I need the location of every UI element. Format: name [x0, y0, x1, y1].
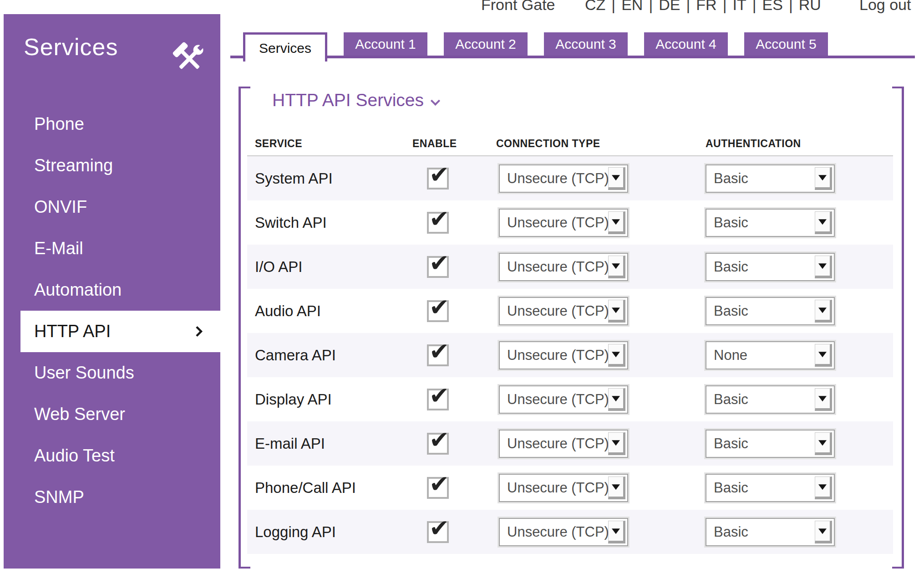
column-header-service: SERVICE — [255, 138, 302, 150]
connection-type-select[interactable]: Unsecure (TCP) — [499, 253, 628, 281]
authentication-select[interactable]: Basic — [706, 430, 835, 458]
enable-checkbox[interactable]: ✔ — [427, 168, 449, 190]
select-value: Unsecure (TCP) — [507, 347, 609, 364]
enable-checkbox[interactable]: ✔ — [427, 433, 449, 455]
sidebar-item-label: E-Mail — [34, 239, 83, 258]
sidebar: Services Phone Streaming ONVIF E-Mail Au… — [4, 14, 220, 569]
authentication-select[interactable]: Basic — [706, 518, 835, 546]
sidebar-item-label: SNMP — [34, 487, 84, 507]
table-row-email-api: E-mail API ✔ Unsecure (TCP) Basic — [247, 421, 893, 466]
checkmark-icon: ✔ — [429, 339, 449, 363]
connection-type-select[interactable]: Unsecure (TCP) — [499, 164, 628, 193]
connection-type-select[interactable]: Unsecure (TCP) — [499, 385, 628, 414]
services-table: SERVICE ENABLE CONNECTION TYPE AUTHENTIC… — [247, 132, 893, 554]
sidebar-item-http-api[interactable]: HTTP API — [20, 311, 220, 352]
enable-checkbox[interactable]: ✔ — [427, 300, 449, 322]
tab-account-1[interactable]: Account 1 — [344, 32, 427, 56]
select-value: Basic — [714, 215, 748, 231]
language-link-fr[interactable]: FR — [696, 0, 716, 14]
select-value: Basic — [714, 303, 748, 319]
select-value: Unsecure (TCP) — [507, 480, 609, 496]
logout-link[interactable]: Log out — [859, 0, 911, 14]
table-row-switch-api: Switch API ✔ Unsecure (TCP) Basic — [247, 200, 893, 245]
sidebar-item-audio-test[interactable]: Audio Test — [4, 435, 220, 477]
enable-checkbox[interactable]: ✔ — [427, 212, 449, 234]
tab-services[interactable]: Services — [243, 32, 327, 62]
select-value: Basic — [714, 480, 748, 496]
connection-type-select[interactable]: Unsecure (TCP) — [499, 209, 628, 237]
language-link-en[interactable]: EN — [621, 0, 643, 14]
sidebar-item-user-sounds[interactable]: User Sounds — [4, 352, 220, 394]
sidebar-item-automation[interactable]: Automation — [4, 269, 220, 311]
authentication-select[interactable]: Basic — [706, 209, 835, 237]
checkmark-icon: ✔ — [429, 384, 449, 407]
sidebar-item-label: Streaming — [34, 156, 113, 175]
sidebar-item-phone[interactable]: Phone — [4, 103, 220, 145]
enable-checkbox[interactable]: ✔ — [427, 344, 449, 366]
sidebar-item-label: Automation — [34, 280, 122, 300]
dropdown-arrow-icon — [608, 477, 625, 499]
column-header-connection-type: CONNECTION TYPE — [496, 138, 600, 150]
connection-type-select[interactable]: Unsecure (TCP) — [499, 518, 628, 546]
authentication-select[interactable]: Basic — [706, 297, 835, 325]
sidebar-item-web-server[interactable]: Web Server — [4, 394, 220, 435]
checkmark-icon: ✔ — [429, 163, 449, 186]
connection-type-select[interactable]: Unsecure (TCP) — [499, 474, 628, 502]
select-value: Unsecure (TCP) — [507, 215, 609, 231]
authentication-select[interactable]: Basic — [706, 164, 835, 193]
checkmark-icon: ✔ — [429, 251, 449, 275]
sidebar-item-onvif[interactable]: ONVIF — [4, 186, 220, 228]
tab-account-3[interactable]: Account 3 — [544, 32, 628, 56]
enable-checkbox[interactable]: ✔ — [427, 477, 449, 499]
sidebar-item-snmp[interactable]: SNMP — [4, 477, 220, 518]
connection-type-select[interactable]: Unsecure (TCP) — [499, 430, 628, 458]
select-value: Basic — [714, 259, 748, 275]
sidebar-item-streaming[interactable]: Streaming — [4, 145, 220, 186]
tab-label: Account 1 — [355, 36, 416, 52]
language-link-it[interactable]: IT — [733, 0, 746, 14]
authentication-select[interactable]: Basic — [706, 385, 835, 414]
authentication-select[interactable]: None — [706, 341, 835, 369]
dropdown-arrow-icon — [815, 477, 832, 499]
service-name: I/O API — [255, 258, 303, 276]
tab-row: Services Account 1 Account 2 Account 3 A… — [243, 32, 828, 62]
dropdown-arrow-icon — [815, 432, 832, 455]
sidebar-item-label: Audio Test — [34, 446, 115, 466]
select-value: Basic — [714, 524, 748, 540]
connection-type-select[interactable]: Unsecure (TCP) — [499, 341, 628, 369]
sidebar-item-label: User Sounds — [34, 363, 134, 383]
sidebar-item-label: Phone — [34, 114, 84, 134]
column-header-enable: ENABLE — [412, 138, 457, 150]
language-link-cz[interactable]: CZ — [585, 0, 605, 14]
sidebar-item-email[interactable]: E-Mail — [4, 228, 220, 269]
select-value: Unsecure (TCP) — [507, 436, 609, 452]
device-name: Front Gate — [481, 0, 555, 14]
authentication-select[interactable]: Basic — [706, 253, 835, 281]
select-value: Basic — [714, 436, 748, 452]
checkmark-icon: ✔ — [429, 295, 449, 319]
authentication-select[interactable]: Basic — [706, 474, 835, 502]
service-name: Display API — [255, 391, 332, 408]
tab-account-2[interactable]: Account 2 — [444, 32, 528, 56]
dropdown-arrow-icon — [608, 432, 625, 455]
tab-account-5[interactable]: Account 5 — [744, 32, 828, 56]
language-link-de[interactable]: DE — [659, 0, 680, 14]
table-row-audio-api: Audio API ✔ Unsecure (TCP) Basic — [247, 289, 893, 333]
language-link-ru[interactable]: RU — [799, 0, 821, 14]
service-name: E-mail API — [255, 435, 325, 452]
checkmark-icon: ✔ — [429, 207, 449, 231]
dropdown-arrow-icon — [815, 256, 832, 278]
screen: Front Gate CZ | EN | DE | FR | IT | ES |… — [0, 0, 924, 574]
table-row-logging-api: Logging API ✔ Unsecure (TCP) Basic — [247, 510, 893, 554]
language-link-es[interactable]: ES — [762, 0, 783, 14]
enable-checkbox[interactable]: ✔ — [427, 389, 449, 410]
section-title[interactable]: HTTP API Services — [272, 90, 439, 110]
enable-checkbox[interactable]: ✔ — [427, 521, 449, 543]
language-separator: | — [686, 0, 690, 14]
tab-account-4[interactable]: Account 4 — [644, 32, 728, 56]
tab-label: Account 2 — [455, 36, 516, 52]
connection-type-select[interactable]: Unsecure (TCP) — [499, 297, 628, 325]
dropdown-arrow-icon — [608, 256, 625, 278]
enable-checkbox[interactable]: ✔ — [427, 256, 449, 278]
dropdown-arrow-icon — [815, 300, 832, 323]
